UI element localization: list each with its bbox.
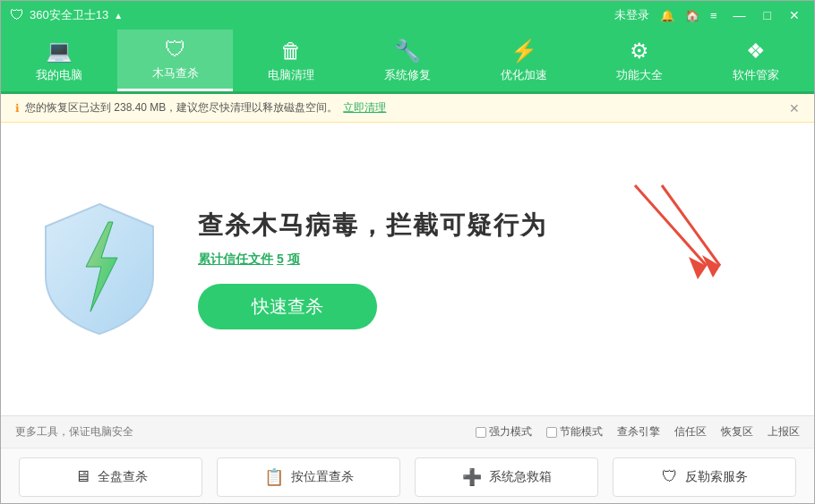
window-controls: — □ ✕ [728,6,805,24]
notif-icon: ℹ [15,102,20,115]
trust-zone-label: 信任区 [674,424,707,440]
skin-icon[interactable]: 🏠 [685,9,699,22]
bottom-toolbar: 更多工具，保证电脑安全 强力模式 节能模式 查杀引擎 信任区 恢复区 上报区 [1,415,814,448]
nav-label-trojan: 木马查杀 [152,65,199,81]
rescue-label: 系统急救箱 [489,469,552,485]
full-scan-icon: 🖥 [74,467,90,486]
menu-icon[interactable]: ≡ [710,9,717,22]
shield-svg [37,200,162,338]
quick-scan-button[interactable]: 快速查杀 [198,284,377,329]
toolbar-eco-mode[interactable]: 节能模式 [546,424,603,440]
clean-icon: 🗑 [280,38,302,64]
hero-text-area: 查杀木马病毒，拦截可疑行为 累计信任文件 5 项 快速查杀 [198,209,778,329]
nav-label-my-pc: 我的电脑 [36,67,82,83]
title-bar: 🛡 360安全卫士13 ▲ 未登录 🔔 🏠 ≡ — □ ✕ [1,1,814,30]
app-name: 360安全卫士13 [30,7,108,23]
toolbar-right-items: 强力模式 节能模式 查杀引擎 信任区 恢复区 上报区 [476,424,800,440]
ransomware-label: 反勒索服务 [685,469,748,485]
engine-label: 查杀引擎 [617,424,660,440]
nav-label-tools: 功能大全 [616,67,663,83]
tools-icon: ⚙ [630,38,649,64]
toolbar-trust-zone[interactable]: 信任区 [674,424,707,440]
location-scan-icon: 📋 [264,467,284,487]
minimize-button[interactable]: — [728,6,751,24]
software-icon: ❖ [746,38,766,64]
repair-icon: 🔧 [394,38,421,64]
nav-item-speed[interactable]: ⚡ 优化加速 [466,30,582,91]
bottom-actions: 🖥 全盘查杀 📋 按位置查杀 ➕ 系统急救箱 🛡 反勒索服务 [1,448,814,504]
hero-main-title: 查杀木马病毒，拦截可疑行为 [198,209,778,243]
ransomware-button[interactable]: 🛡 反勒索服务 [613,457,796,497]
full-scan-button[interactable]: 🖥 全盘查杀 [19,457,202,497]
rescue-button[interactable]: ➕ 系统急救箱 [415,457,598,497]
notif-link[interactable]: 立即清理 [343,100,386,115]
nav-item-software[interactable]: ❖ 软件管家 [698,30,814,91]
sub-text: 累计信任文件 [198,252,273,266]
title-bar-left: 🛡 360安全卫士13 ▲ [10,7,123,23]
toolbar-engine[interactable]: 查杀引擎 [617,424,660,440]
trojan-icon: 🛡 [165,37,186,62]
sub-unit: 项 [287,252,300,266]
user-label[interactable]: 未登录 [614,7,649,23]
notification-bar: ℹ 您的恢复区已达到 238.40 MB，建议您尽快清理以释放磁盘空间。 立即清… [1,94,814,123]
power-mode-checkbox[interactable] [476,427,486,438]
app-icon: 🛡 [10,7,24,23]
hero-section: 查杀木马病毒，拦截可疑行为 累计信任文件 5 项 快速查杀 [1,123,814,415]
notif-text: 您的恢复区已达到 238.40 MB，建议您尽快清理以释放磁盘空间。 [25,100,338,115]
recovery-label: 恢复区 [721,424,753,440]
app-version: ▲ [114,11,123,21]
power-mode-label: 强力模式 [489,424,532,440]
speed-icon: ⚡ [510,38,537,64]
nav-item-my-pc[interactable]: 💻 我的电脑 [1,30,117,91]
report-label: 上报区 [768,424,800,440]
toolbar-left-text: 更多工具，保证电脑安全 [15,424,476,440]
nav-item-trojan[interactable]: 🛡 木马查杀 [117,30,234,91]
ransomware-icon: 🛡 [662,467,678,486]
nav-bar: 💻 我的电脑 🛡 木马查杀 🗑 电脑清理 🔧 系统修复 ⚡ 优化加速 ⚙ 功能大… [1,30,814,94]
main-content: 查杀木马病毒，拦截可疑行为 累计信任文件 5 项 快速查杀 更多工具，保证电脑安… [1,123,814,504]
eco-mode-label: 节能模式 [560,424,603,440]
my-pc-icon: 💻 [46,38,73,64]
location-scan-label: 按位置查杀 [291,469,354,485]
notif-close-button[interactable]: ✕ [789,101,800,115]
shield-container [37,198,162,341]
maximize-button[interactable]: □ [759,6,776,24]
nav-item-repair[interactable]: 🔧 系统修复 [349,30,466,91]
nav-label-speed: 优化加速 [501,67,547,83]
nav-label-repair: 系统修复 [384,67,431,83]
full-scan-label: 全盘查杀 [98,469,148,485]
nav-label-clean: 电脑清理 [268,67,314,83]
location-scan-button[interactable]: 📋 按位置查杀 [217,457,400,497]
eco-mode-checkbox[interactable] [546,427,557,438]
nav-label-software: 软件管家 [733,67,779,83]
toolbar-power-mode[interactable]: 强力模式 [476,424,532,440]
nav-item-tools[interactable]: ⚙ 功能大全 [582,30,699,91]
notification-icon[interactable]: 🔔 [660,9,674,22]
title-bar-right: 未登录 🔔 🏠 ≡ — □ ✕ [614,6,805,24]
toolbar-recovery[interactable]: 恢复区 [721,424,753,440]
close-button[interactable]: ✕ [784,6,805,24]
nav-item-clean[interactable]: 🗑 电脑清理 [233,30,349,91]
hero-sub-title: 累计信任文件 5 项 [198,252,778,268]
sub-count[interactable]: 5 [277,252,284,266]
rescue-icon: ➕ [462,467,482,487]
toolbar-report[interactable]: 上报区 [768,424,800,440]
